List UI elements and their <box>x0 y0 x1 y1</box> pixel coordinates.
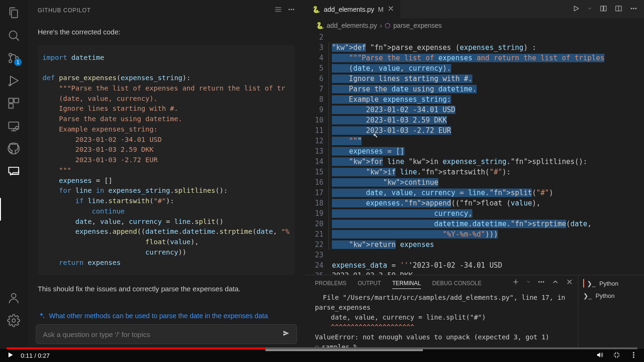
tab-output[interactable]: OUTPUT <box>358 278 381 289</box>
svg-point-15 <box>293 9 294 10</box>
run-debug-icon[interactable] <box>7 74 21 88</box>
terminal-more-icon[interactable] <box>537 278 545 288</box>
explorer-icon[interactable] <box>7 6 21 20</box>
panel-more-icon[interactable] <box>288 6 295 15</box>
svg-point-13 <box>289 9 289 10</box>
play-button[interactable] <box>7 351 14 360</box>
code-editor[interactable]: 2345678910111213141516171819202122232425… <box>305 32 644 275</box>
breadcrumb-file: add_elements.py <box>327 22 377 29</box>
settings-gear-icon[interactable] <box>7 313 21 328</box>
run-icon[interactable] <box>572 5 580 14</box>
video-more-icon[interactable] <box>630 351 637 360</box>
tab-modified-indicator: M <box>378 6 384 13</box>
svg-point-21 <box>636 8 636 9</box>
svg-point-24 <box>543 281 544 282</box>
scm-badge: 1 <box>14 58 22 66</box>
python-file-icon: 🐍 <box>312 6 320 13</box>
tab-debug-console[interactable]: DEBUG CONSOLE <box>432 278 482 289</box>
new-terminal-icon[interactable] <box>512 278 520 288</box>
tab-problems[interactable]: PROBLEMS <box>315 278 347 289</box>
copilot-input[interactable] <box>36 324 297 344</box>
video-time: 0:11 / 0:27 <box>21 352 50 359</box>
svg-point-14 <box>291 9 292 10</box>
extensions-icon[interactable] <box>7 96 21 110</box>
copilot-intro-text: Here's the corrected code: <box>38 27 295 38</box>
copilot-suggestion-text: What other methods can be used to parse … <box>49 312 268 320</box>
terminal-output[interactable]: File "/Users/martin/src/samples/add_elem… <box>305 289 578 356</box>
more-icon[interactable] <box>630 5 637 14</box>
panel-menu-icon[interactable] <box>274 6 282 15</box>
video-player-controls: 0:11 / 0:27 <box>0 349 644 362</box>
copilot-title: GITHUB COPILOT <box>38 7 91 14</box>
volume-icon[interactable] <box>596 351 603 360</box>
tab-bar: 🐍 add_elements.py M <box>305 0 644 19</box>
terminal-session-python-1[interactable]: ❯_ Python <box>583 279 639 288</box>
chevron-right-icon: › <box>380 22 382 29</box>
svg-rect-8 <box>9 122 19 129</box>
breadcrumb-symbol: parse_expenses <box>393 22 442 29</box>
sparkle-icon <box>38 312 45 320</box>
close-panel-icon[interactable] <box>566 278 573 288</box>
tab-terminal[interactable]: TERMINAL <box>392 278 421 289</box>
split-editor-icon[interactable] <box>615 5 622 14</box>
svg-point-11 <box>11 294 16 298</box>
copilot-panel: GITHUB COPILOT Here's the corrected code… <box>27 0 305 349</box>
svg-point-26 <box>633 354 634 355</box>
terminal-shell-icon: ❯_ <box>583 292 592 299</box>
terminal-sessions: ❯_ Python ❯_ Python <box>578 275 644 349</box>
svg-rect-5 <box>9 99 13 103</box>
svg-rect-6 <box>14 99 18 103</box>
python-file-icon: 🐍 <box>316 22 324 29</box>
svg-point-27 <box>633 356 634 357</box>
svg-point-4 <box>9 84 11 86</box>
svg-rect-7 <box>9 104 13 108</box>
video-progress-bar[interactable] <box>7 347 637 349</box>
svg-rect-16 <box>601 6 603 11</box>
svg-point-0 <box>9 31 17 39</box>
symbol-function-icon: ⬡ <box>385 22 390 29</box>
terminal-chevron-icon[interactable] <box>526 278 531 288</box>
terminal-session-python-2[interactable]: ❯_ Python <box>583 292 639 299</box>
copilot-suggestion[interactable]: What other methods can be used to parse … <box>27 312 305 324</box>
editor-panel: 🐍 add_elements.py M 🐍 add_elements.py › … <box>305 0 644 349</box>
terminal-shell-icon: ❯_ <box>587 280 595 287</box>
activity-bar: 1 <box>0 0 27 349</box>
svg-point-12 <box>12 319 16 322</box>
breadcrumb[interactable]: 🐍 add_elements.py › ⬡ parse_expenses <box>305 19 644 32</box>
maximize-panel-icon[interactable] <box>552 278 559 288</box>
github-icon[interactable] <box>7 141 21 156</box>
copilot-outro-text: This should fix the issues and correctly… <box>38 284 295 295</box>
remote-explorer-icon[interactable] <box>7 119 21 133</box>
svg-point-19 <box>631 8 632 9</box>
run-chevron-icon[interactable] <box>587 5 592 14</box>
svg-point-23 <box>541 281 542 282</box>
copilot-input-field[interactable] <box>43 330 265 338</box>
diff-icon[interactable] <box>600 5 607 14</box>
copilot-code-block[interactable]: import datetime def parse_expenses(expen… <box>38 45 295 276</box>
svg-rect-17 <box>604 6 606 11</box>
svg-point-20 <box>633 8 634 9</box>
svg-point-22 <box>538 281 539 282</box>
send-icon[interactable] <box>282 329 290 339</box>
svg-point-25 <box>633 352 634 353</box>
search-icon[interactable] <box>7 28 21 42</box>
copilot-chat-icon[interactable] <box>7 164 21 178</box>
source-control-icon[interactable]: 1 <box>7 51 21 65</box>
close-icon[interactable] <box>387 5 394 14</box>
svg-point-9 <box>16 126 19 130</box>
account-icon[interactable] <box>7 291 21 305</box>
tab-add-elements[interactable]: 🐍 add_elements.py M <box>305 0 401 18</box>
exit-fullscreen-icon[interactable] <box>613 351 620 360</box>
tab-filename: add_elements.py <box>324 6 374 13</box>
terminal-panel: PROBLEMS OUTPUT TERMINAL DEBUG CONSOLE F… <box>305 275 644 349</box>
